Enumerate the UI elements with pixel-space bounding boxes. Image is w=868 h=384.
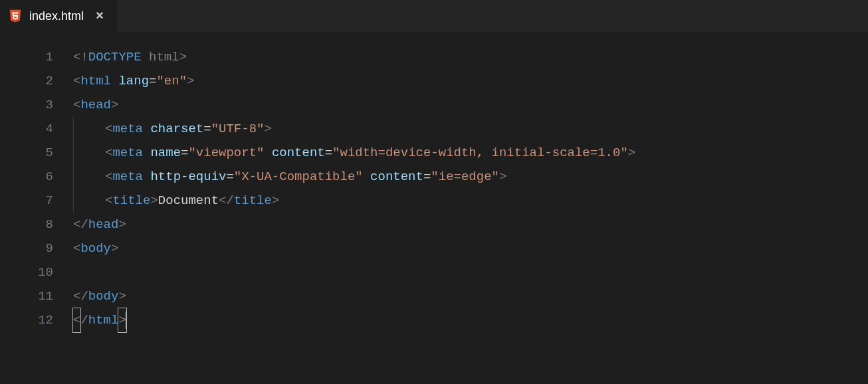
line-number: 2 [0, 69, 53, 93]
line-number: 8 [0, 213, 53, 237]
line-number: 11 [0, 284, 53, 308]
code-line[interactable]: </body> [73, 284, 868, 308]
code-line[interactable]: <body> [73, 237, 868, 260]
tab-label: index.html [29, 9, 84, 23]
tab-bar: index.html × [0, 0, 868, 32]
editor[interactable]: 1 2 3 4 5 6 7 8 9 10 11 12 <!DOCTYPE htm… [0, 32, 868, 332]
code-line[interactable]: <!DOCTYPE html> [73, 45, 868, 69]
line-number-gutter: 1 2 3 4 5 6 7 8 9 10 11 12 [0, 45, 73, 332]
cursor [126, 312, 127, 329]
html5-icon [8, 9, 23, 23]
tab-index-html[interactable]: index.html × [0, 0, 118, 32]
indent-guide [73, 141, 74, 165]
code-area[interactable]: <!DOCTYPE html> <html lang="en"> <head> … [73, 45, 868, 332]
line-number: 1 [0, 45, 53, 69]
code-line[interactable]: <head> [73, 93, 868, 117]
line-number: 4 [0, 117, 53, 141]
code-line[interactable]: <title>Document</title> [73, 189, 868, 213]
indent-guide [73, 165, 74, 189]
code-line[interactable]: <meta name="viewport" content="width=dev… [73, 141, 868, 165]
line-number: 5 [0, 141, 53, 165]
line-number: 3 [0, 93, 53, 117]
line-number: 9 [0, 237, 53, 260]
indent-guide [73, 117, 74, 141]
line-number: 12 [0, 308, 53, 332]
code-line[interactable]: <meta http-equiv="X-UA-Compatible" conte… [73, 165, 868, 189]
cursor-selection-start: < [73, 308, 80, 332]
line-number: 6 [0, 165, 53, 189]
code-line[interactable]: </html> [73, 308, 868, 332]
indent-guide [73, 189, 74, 213]
code-line[interactable]: </head> [73, 213, 868, 237]
code-line[interactable] [73, 260, 868, 284]
line-number: 10 [0, 260, 53, 284]
close-icon[interactable]: × [93, 9, 106, 23]
code-line[interactable]: <html lang="en"> [73, 69, 868, 93]
line-number: 7 [0, 189, 53, 213]
code-line[interactable]: <meta charset="UTF-8"> [73, 117, 868, 141]
